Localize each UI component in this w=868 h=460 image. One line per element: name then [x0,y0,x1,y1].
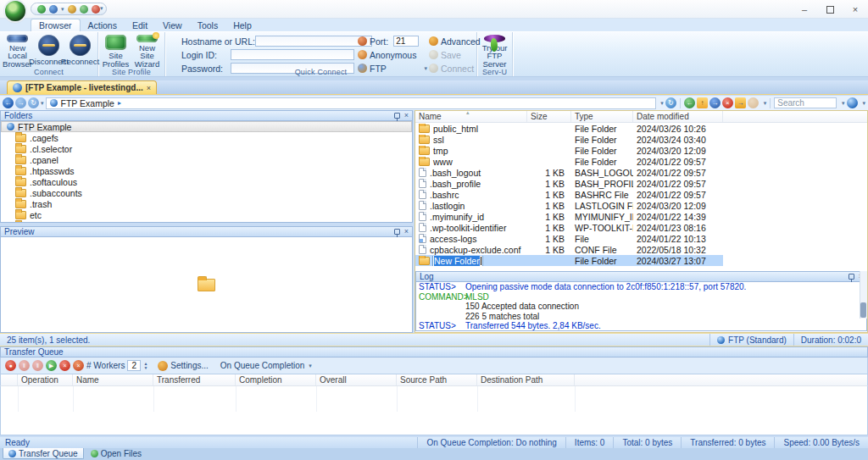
column-header-type[interactable]: Type [571,111,633,122]
file-row[interactable]: .myimunify_id 1 KB MYIMUNIFY_ID File 202… [415,211,723,222]
file-row[interactable]: ssl File Folder 2024/03/24 03:40 [415,134,723,145]
history-dropdown-icon[interactable]: ▾ [41,100,44,107]
pause-item-button[interactable]: ‖ [32,360,43,371]
file-row[interactable]: www File Folder 2024/01/22 09:57 [415,156,723,167]
column-header-size[interactable]: Size [527,111,571,122]
ribbon-big-button[interactable]: Reconnect [64,34,96,68]
stop-queue-button[interactable]: ● [5,360,16,371]
refresh-icon[interactable] [80,5,88,14]
file-row[interactable]: New Folder File Folder 2024/03/27 13:07 [415,255,723,266]
tree-folder-item[interactable]: etc [1,209,412,220]
remove-item-button[interactable]: × [59,360,70,371]
ribbon-tab[interactable]: Actions [81,19,125,31]
ftp-sites-icon[interactable] [49,5,58,14]
file-row[interactable]: public_html File Folder 2024/03/26 10:26 [415,123,723,134]
save-button[interactable]: Save [429,48,473,61]
search-server-icon[interactable] [847,97,858,108]
ribbon-tab[interactable]: Tools [190,19,226,31]
tab-close-icon[interactable]: × [147,84,151,92]
stepper-down-icon[interactable]: ▼ [143,366,147,370]
pin-icon[interactable] [849,274,854,280]
rename-edit-box[interactable]: New Folder [433,256,482,266]
column-header-overall[interactable]: Overall [316,374,397,385]
stop-button[interactable]: × [722,97,733,108]
tools-dropdown-icon[interactable]: ▾ [764,100,767,107]
more-tools-button[interactable] [748,97,759,108]
queue-settings-button[interactable]: Settings... [170,361,208,370]
pin-icon[interactable] [394,229,400,235]
forward-button[interactable]: → [15,97,26,108]
maximize-button[interactable] [817,0,843,19]
tree-folder-item[interactable]: .cl.selector [1,143,412,154]
search-dropdown-icon[interactable]: ▾ [842,100,845,107]
quick-connect-input[interactable] [231,49,354,60]
settings-icon[interactable] [68,5,76,14]
tree-folder-item[interactable]: .softaculous [1,176,412,187]
column-header-destination-path[interactable]: Destination Path [477,374,575,385]
back-button[interactable]: ← [3,97,14,108]
start-queue-button[interactable]: ▶ [46,360,57,371]
refresh-view-button[interactable]: ↻ [665,97,676,108]
ribbon-big-button[interactable]: Disconnect [33,34,64,68]
on-queue-completion-dropdown-icon[interactable]: ▾ [309,363,312,369]
column-header-name[interactable]: Name [73,374,153,385]
connect-toolbar-button[interactable]: ← [684,97,695,108]
column-header-operation[interactable]: Operation [18,374,73,385]
log-scrollbar[interactable] [860,271,867,319]
tree-folder-item[interactable]: .htpasswds [1,165,412,176]
folder-up-button[interactable]: ↑ [697,97,708,108]
address-dropdown-icon[interactable]: ▾ [660,100,664,107]
ribbon-tab[interactable]: Browser [31,19,81,31]
file-row[interactable]: cpbackup-exclude.conf 1 KB CONF File 202… [415,244,723,255]
file-row[interactable]: .bash_logout 1 KB BASH_LOGOUT Fi... 2024… [415,167,723,178]
pin-icon[interactable] [394,113,400,119]
ribbon-tab[interactable]: Edit [125,19,155,31]
workers-stepper[interactable]: ▲ ▼ [143,362,147,370]
ftp-sites-dropdown-icon[interactable]: ▾ [61,6,64,13]
anonymous-label[interactable]: Anonymous [370,50,416,60]
scrollbar-thumb[interactable] [860,302,866,318]
file-row[interactable]: .bashrc 1 KB BASHRC File 2024/01/22 09:5… [415,189,723,200]
port-input[interactable] [393,36,419,47]
disconnect-icon[interactable] [92,5,100,14]
bottom-tab[interactable]: Open Files [86,448,147,459]
address-bar[interactable]: FTP Example ▸ [46,97,656,109]
history-button[interactable]: ↻ [28,97,39,108]
tree-folder-item[interactable]: .subaccounts [1,187,412,198]
file-row[interactable]: .lastlogin 1 KB LASTLOGIN File 2024/03/2… [415,200,723,211]
minimize-button[interactable]: – [792,0,817,19]
bottom-tab[interactable]: Transfer Queue [3,448,84,459]
column-header-completion[interactable]: Completion [236,374,316,385]
search-server-dropdown-icon[interactable]: ▾ [862,100,865,107]
column-header-source-path[interactable]: Source Path [397,374,477,385]
connect-icon[interactable] [37,5,46,14]
pause-all-button[interactable]: ‖ [19,360,30,371]
file-row[interactable]: access-logs 1 KB File 2024/01/22 10:13 [415,233,723,244]
ribbon-tab[interactable]: Help [225,19,259,31]
ribbon-big-button[interactable]: New Site Wizard [131,34,163,68]
ribbon-tab[interactable]: View [155,19,190,31]
close-icon[interactable]: × [404,112,409,119]
settings-wrench-icon[interactable] [158,361,168,371]
remove-completed-button[interactable]: × [73,360,84,371]
file-row[interactable]: .bash_profile 1 KB BASH_PROFILE File 202… [415,178,723,189]
app-logo-icon[interactable] [5,1,25,21]
tree-folder-item[interactable]: .trash [1,198,412,209]
tree-root-item[interactable]: FTP Example [1,121,412,132]
file-row[interactable]: tmp File Folder 2024/03/20 12:09 [415,145,723,156]
file-row[interactable]: .wp-toolkit-identifier 1 KB WP-TOOLKIT-I… [415,222,723,233]
folder-go-button[interactable]: → [735,97,746,108]
quick-connect-input[interactable] [255,36,372,47]
close-icon[interactable]: × [404,228,409,236]
session-tab[interactable]: [FTP Example - livetestingd... × [7,80,157,94]
column-header-date[interactable]: Date modified [633,111,723,122]
customize-quick-access-icon[interactable]: ▾ [100,5,103,12]
tree-folder-item[interactable]: .cagefs [1,132,412,143]
column-header-name[interactable]: Name ▴ [415,111,527,122]
ribbon-big-button[interactable]: Site Profiles [100,34,131,68]
advanced-button[interactable]: Advanced [429,35,473,47]
search-input[interactable] [774,97,837,108]
on-queue-completion-button[interactable]: On Queue Completion [220,361,305,370]
try-servu-button[interactable]: Try our FTP Server [479,34,510,68]
go-button[interactable]: → [709,97,721,108]
